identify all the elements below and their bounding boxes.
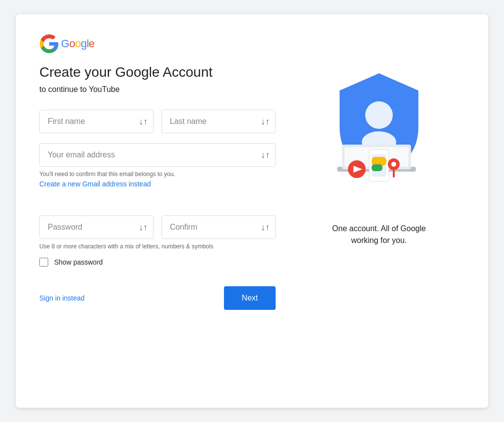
gmail-link[interactable]: Create a new Gmail address instead <box>39 180 151 188</box>
left-panel: Google Create your Google Account to con… <box>39 34 295 310</box>
password-group: ↓↑ <box>39 215 154 239</box>
sign-in-link[interactable]: Sign in instead <box>39 294 85 302</box>
main-card: Google Create your Google Account to con… <box>16 14 488 408</box>
next-button[interactable]: Next <box>224 286 276 310</box>
logo-g: G <box>61 37 69 50</box>
email-input[interactable] <box>39 143 276 167</box>
svg-point-0 <box>365 101 393 129</box>
password-helper-text: Use 8 or more characters with a mix of l… <box>39 243 276 250</box>
illustration <box>310 63 448 211</box>
confirm-group: ↓↑ <box>161 215 276 239</box>
illustration-caption: One account. All of Google working for y… <box>325 223 433 246</box>
password-row: ↓↑ ↓↑ <box>39 215 276 239</box>
first-name-input[interactable] <box>39 110 154 133</box>
last-name-group: ↓↑ <box>161 110 276 133</box>
first-name-group: ↓↑ <box>39 110 154 133</box>
google-logo-text: Google <box>61 37 94 50</box>
show-password-row: Show password <box>39 258 276 267</box>
show-password-checkbox[interactable] <box>39 258 48 267</box>
email-group: ↓↑ <box>39 143 276 167</box>
email-helper-text: You'll need to confirm that this email b… <box>39 171 276 178</box>
last-name-input[interactable] <box>161 110 276 133</box>
google-logo: Google <box>39 34 276 54</box>
password-input[interactable] <box>39 215 154 239</box>
bottom-row: Sign in instead Next <box>39 286 276 310</box>
svg-point-12 <box>391 162 396 167</box>
show-password-label[interactable]: Show password <box>54 258 103 266</box>
svg-rect-10 <box>372 164 382 171</box>
page-title: Create your Google Account <box>39 63 276 81</box>
confirm-input[interactable] <box>161 215 276 239</box>
name-row: ↓↑ ↓↑ <box>39 110 276 133</box>
page-subtitle: to continue to YouTube <box>39 85 276 94</box>
right-panel: One account. All of Google working for y… <box>295 34 463 246</box>
